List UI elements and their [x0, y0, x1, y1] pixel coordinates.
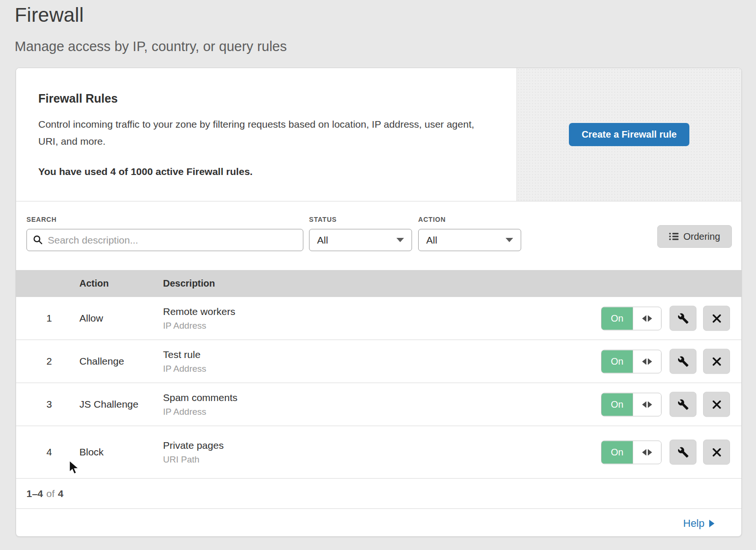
- summary-section: Firewall Rules Control incoming traffic …: [16, 68, 741, 201]
- summary-text-block: Firewall Rules Control incoming traffic …: [16, 68, 516, 201]
- ordered-list-icon: [669, 232, 679, 241]
- rule-priority: 1: [37, 313, 61, 324]
- rule-toggle: On: [601, 306, 662, 330]
- search-label: SEARCH: [26, 216, 303, 223]
- wrench-icon: [678, 356, 689, 367]
- ordering-button-label: Ordering: [683, 231, 720, 242]
- toggle-on-button[interactable]: On: [601, 441, 633, 463]
- rule-action: JS Challenge: [79, 399, 163, 410]
- edit-rule-button[interactable]: [670, 349, 696, 374]
- help-link[interactable]: Help: [683, 517, 714, 530]
- table-row: 4 Block Private pages URI Path On: [16, 426, 741, 479]
- action-select[interactable]: All: [418, 229, 521, 251]
- rule-match-field: IP Address: [163, 364, 206, 374]
- pagination-range: 1–4: [26, 488, 43, 499]
- delete-rule-button[interactable]: [703, 349, 730, 374]
- rule-toggle: On: [601, 440, 662, 464]
- search-filter-group: SEARCH: [26, 216, 303, 251]
- section-title: Firewall Rules: [38, 92, 498, 105]
- arrow-left-icon: [642, 449, 646, 455]
- row-controls: On: [601, 306, 730, 331]
- pagination-total: 4: [58, 488, 64, 499]
- toggle-on-button[interactable]: On: [601, 307, 633, 330]
- toggle-handle[interactable]: [633, 350, 661, 373]
- rule-priority: 3: [37, 399, 61, 410]
- status-selected-value: All: [317, 235, 328, 246]
- table-header: Action Description: [16, 270, 741, 297]
- rule-description: Test rule IP Address: [163, 349, 206, 374]
- rule-description-title: Test rule: [163, 349, 206, 360]
- firewall-rules-card: Firewall Rules Control incoming traffic …: [16, 68, 742, 537]
- wrench-icon: [678, 313, 689, 324]
- wrench-icon: [678, 446, 689, 458]
- close-icon: [712, 313, 722, 323]
- rule-description-title: Private pages: [163, 440, 223, 451]
- rule-toggle: On: [601, 349, 662, 373]
- delete-rule-button[interactable]: [703, 306, 730, 331]
- rule-description: Spam comments IP Address: [163, 392, 238, 417]
- help-link-label: Help: [683, 517, 704, 530]
- row-controls: On: [601, 440, 730, 465]
- chevron-down-icon: [396, 238, 404, 242]
- row-controls: On: [601, 392, 730, 417]
- create-firewall-rule-button[interactable]: Create a Firewall rule: [569, 123, 689, 146]
- action-filter-group: ACTION All: [418, 216, 521, 251]
- close-icon: [712, 399, 722, 410]
- arrow-right-icon: [648, 315, 652, 322]
- page-header: Firewall Manage access by IP, country, o…: [15, 4, 287, 54]
- rule-action: Allow: [79, 313, 163, 324]
- card-footer: Help: [16, 509, 741, 537]
- delete-rule-button[interactable]: [703, 392, 730, 417]
- edit-rule-button[interactable]: [670, 306, 696, 331]
- rule-description: Private pages URI Path: [163, 440, 223, 465]
- chevron-down-icon: [506, 238, 513, 242]
- table-row: 3 JS Challenge Spam comments IP Address …: [16, 383, 741, 426]
- edit-rule-button[interactable]: [670, 392, 696, 417]
- rule-match-field: IP Address: [163, 321, 235, 331]
- arrow-left-icon: [642, 315, 646, 322]
- edit-rule-button[interactable]: [670, 440, 696, 465]
- filter-bar: SEARCH STATUS All ACTION All: [16, 201, 741, 270]
- column-header-description: Description: [163, 278, 215, 289]
- usage-count: You have used 4 of 1000 active Firewall …: [38, 166, 498, 177]
- action-selected-value: All: [426, 235, 437, 246]
- rule-description-title: Remote workers: [163, 306, 235, 317]
- status-filter-group: STATUS All: [309, 216, 412, 251]
- delete-rule-button[interactable]: [703, 440, 730, 465]
- arrow-right-icon: [648, 401, 652, 408]
- close-icon: [712, 447, 722, 457]
- wrench-icon: [678, 399, 689, 410]
- arrow-right-icon: [648, 358, 652, 365]
- rule-priority: 4: [37, 446, 61, 458]
- arrow-left-icon: [642, 401, 646, 408]
- close-icon: [712, 356, 722, 367]
- pagination-bar: 1–4 of 4: [16, 479, 741, 509]
- toggle-handle[interactable]: [633, 393, 661, 416]
- search-icon: [33, 235, 43, 245]
- arrow-right-icon: [648, 449, 652, 455]
- table-row: 1 Allow Remote workers IP Address On: [16, 297, 741, 340]
- rule-match-field: URI Path: [163, 454, 223, 465]
- rule-description-title: Spam comments: [163, 392, 238, 403]
- toggle-on-button[interactable]: On: [601, 350, 633, 373]
- rule-action: Challenge: [79, 356, 163, 367]
- table-row: 2 Challenge Test rule IP Address On: [16, 340, 741, 383]
- toggle-handle[interactable]: [633, 441, 661, 463]
- page-subtitle: Manage access by IP, country, or query r…: [15, 39, 287, 54]
- rule-action: Block: [79, 446, 163, 458]
- pagination-of: of: [46, 488, 55, 499]
- caret-right-icon: [709, 520, 714, 527]
- status-select[interactable]: All: [309, 229, 412, 251]
- section-description: Control incoming traffic to your zone by…: [38, 116, 485, 150]
- search-input[interactable]: [26, 229, 303, 251]
- toggle-on-button[interactable]: On: [601, 393, 633, 416]
- rule-description: Remote workers IP Address: [163, 306, 235, 331]
- toggle-handle[interactable]: [633, 307, 661, 330]
- page-title: Firewall: [15, 4, 287, 26]
- rule-match-field: IP Address: [163, 407, 238, 417]
- rule-toggle: On: [601, 393, 662, 416]
- ordering-button[interactable]: Ordering: [657, 225, 732, 248]
- column-header-action: Action: [79, 278, 163, 289]
- rule-priority: 2: [37, 356, 61, 367]
- action-label: ACTION: [418, 216, 521, 223]
